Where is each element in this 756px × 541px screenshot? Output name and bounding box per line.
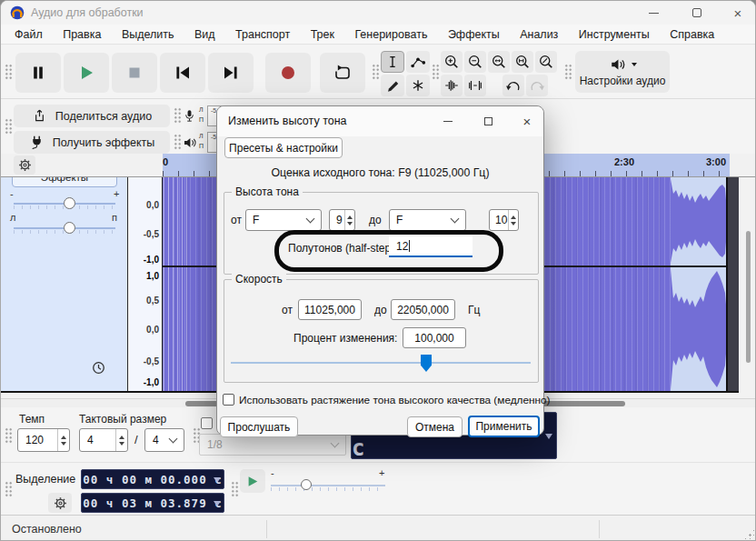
- ruler-ch2-0: 1,0: [129, 271, 159, 281]
- record-button[interactable]: [265, 53, 311, 93]
- track-effects-button[interactable]: Эффекты: [12, 177, 117, 187]
- menu-edit[interactable]: Правка: [55, 25, 109, 45]
- pitch-from-octave-arrows[interactable]: [344, 210, 354, 230]
- menu-view[interactable]: Вид: [186, 25, 224, 45]
- time-signature-lower-dropdown[interactable]: 4: [144, 428, 184, 452]
- presets-settings-button[interactable]: Пресеты & настройки: [224, 137, 343, 158]
- selection-end-dropdown-icon[interactable]: [214, 501, 221, 506]
- dialog-title-bar[interactable]: Изменить высоту тона ×: [217, 106, 543, 136]
- play-at-speed-button[interactable]: [240, 469, 265, 493]
- pitch-from-note-combo[interactable]: F: [245, 209, 322, 231]
- zoom-selection-button[interactable]: [488, 51, 510, 73]
- trim-audio-button[interactable]: [441, 75, 463, 96]
- zoom-in-button[interactable]: [441, 51, 463, 73]
- timeline-options-button[interactable]: [14, 155, 35, 175]
- preview-button[interactable]: Прослушать: [220, 416, 298, 437]
- pitch-to-octave-arrows[interactable]: [508, 210, 518, 230]
- pitch-from-octave-spinner[interactable]: 9: [329, 209, 355, 231]
- selection-start-value: 00 ч 00 м 00.000 с: [83, 473, 222, 486]
- play-meter-grip[interactable]: [174, 134, 182, 150]
- play-speed-slider-thumb[interactable]: [301, 479, 312, 490]
- minimize-button[interactable]: [635, 2, 671, 24]
- time-signature-slash: /: [134, 433, 138, 446]
- speed-from-input[interactable]: 11025,000: [298, 299, 362, 320]
- silence-audio-button[interactable]: [464, 75, 486, 96]
- stop-button[interactable]: [112, 53, 157, 93]
- time-signature-upper-spinner[interactable]: 4: [79, 428, 128, 452]
- share-audio-button[interactable]: Поделиться аудио: [14, 105, 170, 127]
- share-toolbar-grip[interactable]: [5, 118, 13, 135]
- vertical-scrollbar-thumb[interactable]: [746, 231, 751, 363]
- fit-project-button[interactable]: [512, 51, 533, 73]
- multi-tool-button[interactable]: [406, 75, 430, 96]
- record-meter-grip[interactable]: [174, 107, 182, 124]
- time-signature-spin-arrows[interactable]: [115, 429, 127, 451]
- audio-setup-button[interactable]: Настройки аудио: [575, 51, 670, 93]
- menu-generate[interactable]: Генерировать: [346, 25, 435, 45]
- menu-effects[interactable]: Эффекты: [440, 25, 508, 45]
- tempo-spin-arrows[interactable]: [57, 429, 69, 451]
- selection-start-field[interactable]: 00 ч 00 м 00.000 с: [81, 469, 224, 489]
- track-effects-button-clipped[interactable]: Эффекты: [12, 177, 117, 188]
- volume-slider-thumb[interactable]: [64, 197, 75, 209]
- undo-button[interactable]: [502, 75, 524, 96]
- snapping-checkbox[interactable]: [201, 417, 213, 429]
- envelope-tool-button[interactable]: [406, 51, 430, 73]
- speed-to-input[interactable]: 22050,000: [391, 299, 455, 320]
- audio-setup-toolbar-grip[interactable]: [564, 64, 572, 80]
- menu-tracks[interactable]: Трек: [303, 25, 343, 45]
- skip-to-end-button[interactable]: [208, 53, 254, 93]
- pitch-to-note-combo[interactable]: F: [389, 209, 466, 231]
- play-speed-slider-ticks: [271, 487, 385, 491]
- maximize-button[interactable]: [679, 2, 715, 24]
- menu-tools[interactable]: Инструменты: [571, 25, 658, 45]
- tempo-spinner[interactable]: 120: [17, 428, 70, 452]
- menu-help[interactable]: Справка: [662, 25, 722, 45]
- skip-to-start-button[interactable]: [160, 53, 205, 93]
- track-vertical-ruler[interactable]: 0,0 -0,5 -1,0 1,0 0,5 0,0 -0,5 -1,0: [129, 177, 163, 393]
- transport-toolbar-grip[interactable]: [5, 64, 13, 80]
- tools-toolbar-grip[interactable]: [372, 64, 380, 80]
- zoom-toggle-icon: [538, 54, 554, 70]
- cancel-button[interactable]: Отмена: [407, 416, 463, 437]
- percent-change-input[interactable]: 100,000: [403, 327, 466, 348]
- zoom-toggle-button[interactable]: [535, 51, 557, 73]
- time-signature-upper-value: 4: [87, 434, 94, 446]
- big-time-dropdown-icon[interactable]: [545, 434, 552, 439]
- close-button[interactable]: ×: [720, 2, 756, 24]
- dialog-maximize-button[interactable]: [472, 110, 504, 132]
- play-speed-grip[interactable]: [231, 481, 239, 497]
- selection-options-button[interactable]: [48, 493, 72, 513]
- play-button[interactable]: [64, 53, 109, 93]
- menu-select[interactable]: Выделить: [114, 25, 183, 45]
- selection-tool-button[interactable]: [381, 51, 404, 73]
- dialog-close-button[interactable]: ×: [512, 110, 542, 132]
- apply-button[interactable]: Применить: [468, 416, 540, 437]
- time-toolbar-grip[interactable]: [5, 427, 13, 444]
- selection-start-dropdown-icon[interactable]: [214, 477, 221, 483]
- pitch-to-octave-value: 10: [495, 214, 507, 226]
- play-speed-slider-track[interactable]: [271, 485, 385, 486]
- loop-button[interactable]: [320, 53, 365, 93]
- edit-toolbar-grip[interactable]: [432, 64, 440, 80]
- menu-file[interactable]: Файл: [6, 25, 51, 45]
- pan-slider-thumb[interactable]: [64, 222, 75, 234]
- dialog-minimize-button[interactable]: [432, 110, 464, 132]
- zoom-out-button[interactable]: [464, 51, 486, 73]
- change-pitch-dialog: Изменить высоту тона × Пресеты & настрой…: [216, 105, 544, 436]
- get-effects-button[interactable]: Получить эффекты: [14, 131, 170, 154]
- redo-button[interactable]: [526, 75, 548, 96]
- semitones-input[interactable]: 12: [389, 236, 472, 257]
- menu-transport[interactable]: Транспорт: [227, 25, 298, 45]
- track-control-panel[interactable]: Эффекты - + л п: [1, 177, 128, 393]
- draw-tool-button[interactable]: [381, 75, 404, 96]
- pitch-to-octave-spinner[interactable]: 10: [489, 209, 519, 231]
- selection-toolbar-grip[interactable]: [5, 481, 13, 497]
- quality-checkbox[interactable]: [223, 394, 234, 406]
- percent-slider-track[interactable]: [231, 362, 531, 364]
- menu-analyze[interactable]: Анализ: [512, 25, 566, 45]
- stop-icon: [125, 64, 144, 82]
- pause-button[interactable]: [15, 53, 61, 93]
- resize-grip[interactable]: [743, 528, 754, 539]
- selection-end-field[interactable]: 00 ч 03 м 03.879 с: [81, 493, 224, 513]
